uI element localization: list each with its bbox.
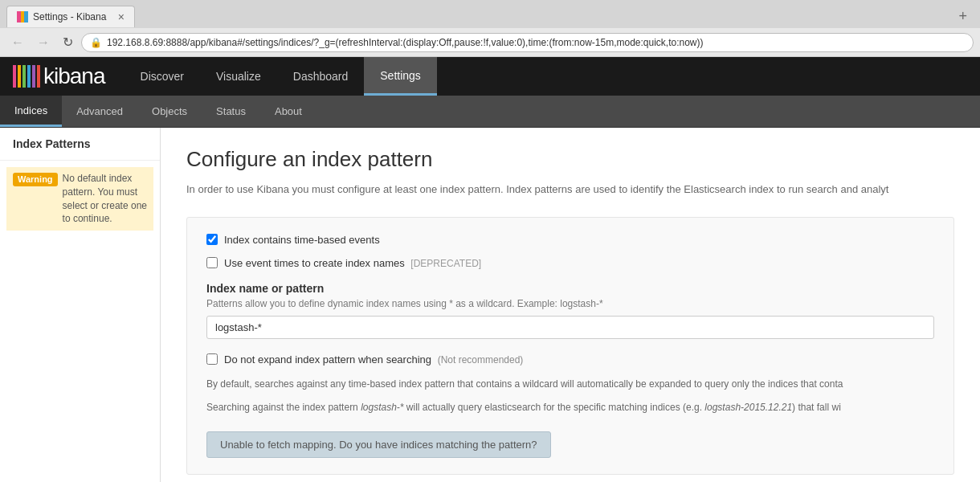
fetch-mapping-button[interactable]: Unable to fetch mapping. Do you have ind… [206,431,551,458]
expand-desc-1: By default, searches against any time-ba… [206,377,934,392]
browser-chrome: Settings - Kibana × + ← → ↻ 🔒 192.168.8.… [0,0,980,57]
expand-desc-2: Searching against the index pattern logs… [206,400,934,415]
checkbox-time-based-label: Index contains time-based events [224,234,380,246]
checkbox-event-times-row: Use event times to create index names [D… [206,257,934,269]
logo-stripes [13,65,40,88]
checkbox-no-expand-row: Do not expand index pattern when searchi… [206,353,934,366]
form-section: Index contains time-based events Use eve… [186,217,954,475]
warning-text: No default index pattern. You must selec… [63,172,147,226]
address-bar[interactable]: 🔒 192.168.8.69:8888/app/kibana#/settings… [81,33,974,52]
checkbox-time-based[interactable] [206,234,218,245]
checkbox-no-expand[interactable] [206,353,218,365]
subnav-item-about[interactable]: About [260,96,316,127]
main-layout: Index Patterns Warning No default index … [0,128,980,482]
nav-item-settings[interactable]: Settings [364,57,437,96]
browser-window: Settings - Kibana × + ← → ↻ 🔒 192.168.8.… [0,0,980,482]
index-name-section: Index name or pattern Patterns allow you… [206,282,934,339]
refresh-button[interactable]: ↻ [58,31,78,53]
close-tab-button[interactable]: × [118,10,125,23]
lock-icon: 🔒 [90,37,102,48]
kibana-logo: kibana [0,63,118,89]
tab-title: Settings - Kibana [33,11,112,22]
subnav-item-objects[interactable]: Objects [137,96,202,127]
active-tab[interactable]: Settings - Kibana × [6,6,135,27]
svg-rect-1 [21,11,24,22]
nav-item-visualize[interactable]: Visualize [200,57,277,96]
logo-stripe [32,65,35,88]
field-hint: Patterns allow you to define dynamic ind… [206,298,934,309]
kibana-header: kibana DiscoverVisualizeDashboardSetting… [0,57,980,96]
forward-button[interactable]: → [32,32,55,53]
page-title: Configure an index pattern [186,147,954,172]
back-button[interactable]: ← [6,32,29,53]
logstash-em-2: logstash-2015.12.21 [704,402,792,413]
svg-rect-2 [24,11,28,22]
nav-item-dashboard[interactable]: Dashboard [277,57,365,96]
favicon-icon [17,11,28,22]
index-pattern-input[interactable] [206,316,934,339]
field-label: Index name or pattern [206,282,934,295]
tab-bar: Settings - Kibana × + [0,0,980,28]
checkbox-event-times-label: Use event times to create index names [D… [224,257,481,269]
warning-badge: Warning [13,173,58,186]
checkbox-event-times[interactable] [206,257,218,268]
logo-stripe [18,65,21,88]
nav-item-discover[interactable]: Discover [125,57,200,96]
logo-stripe [37,65,40,88]
checkbox-time-based-row: Index contains time-based events [206,234,934,246]
logstash-em-1: logstash-* [361,402,403,413]
subnav-item-advanced[interactable]: Advanced [62,96,137,127]
logo-stripe [13,65,16,88]
settings-subnav: IndicesAdvancedObjectsStatusAbout [0,96,980,128]
deprecated-tag: [DEPRECATED] [410,258,481,269]
warning-box: Warning No default index pattern. You mu… [6,167,153,231]
subnav-item-indices[interactable]: Indices [0,96,62,127]
sidebar-title: Index Patterns [0,128,160,161]
svg-rect-0 [17,11,21,22]
page-description: In order to use Kibana you must configur… [186,182,954,198]
logo-stripe [27,65,31,88]
address-text: 192.168.8.69:8888/app/kibana#/settings/i… [107,37,704,48]
new-tab-button[interactable]: + [952,5,974,28]
sidebar: Index Patterns Warning No default index … [0,128,161,482]
subnav-item-status[interactable]: Status [202,96,260,127]
content-area: Configure an index pattern In order to u… [161,128,980,482]
browser-nav-bar: ← → ↻ 🔒 192.168.8.69:8888/app/kibana#/se… [0,28,980,56]
not-recommended-tag: (Not recommended) [438,354,524,366]
kibana-main-nav: DiscoverVisualizeDashboardSettings [125,57,437,96]
kibana-wordmark: kibana [43,63,105,89]
checkbox-no-expand-label: Do not expand index pattern when searchi… [224,353,523,366]
logo-stripe [22,65,26,88]
